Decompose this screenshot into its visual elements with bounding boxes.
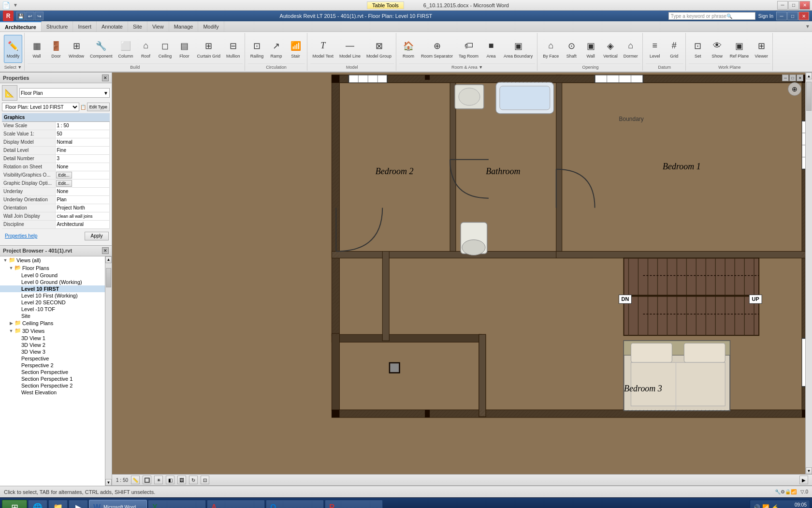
tree-level-0-ground[interactable]: Level 0 Ground: [0, 272, 105, 279]
btn-show[interactable]: 👁 Show: [708, 35, 726, 63]
inner-maximize-btn[interactable]: □: [789, 75, 796, 81]
prop-wall-join-value[interactable]: Clean all wall joins: [55, 212, 110, 220]
btn-grid[interactable]: # Grid: [665, 35, 683, 63]
crop-region-btn[interactable]: ⊡: [201, 476, 209, 484]
btn-ref-plane[interactable]: ▣ Ref Plane: [727, 35, 752, 63]
type-dropdown[interactable]: Floor Plan ▼: [19, 88, 110, 98]
tree-ceiling-plans-toggle[interactable]: ▶: [8, 320, 14, 327]
tree-floor-plans-toggle[interactable]: ▼: [8, 265, 14, 271]
tree-floor-plans[interactable]: ▼ 📂 Floor Plans: [0, 264, 105, 272]
tab-manage[interactable]: Manage: [169, 21, 199, 31]
prop-underlay-value[interactable]: None: [55, 187, 110, 195]
tree-views-all-toggle[interactable]: ▼: [2, 257, 9, 264]
canvas-scrollbar-right[interactable]: ▲ ▼: [805, 73, 812, 474]
btn-area[interactable]: ■ Area: [482, 35, 500, 63]
scrollbar-down-btn[interactable]: ▼: [105, 479, 112, 486]
revit-minimize-btn[interactable]: ─: [776, 12, 787, 20]
project-browser-scrollbar[interactable]: ▲ ▼: [105, 256, 112, 486]
tree-ceiling-plans[interactable]: ▶ 📁 Ceiling Plans: [0, 319, 105, 327]
quick-access-toolbar[interactable]: 💾 ↩ ↪: [16, 12, 44, 20]
prop-detail-number-value[interactable]: 3: [55, 154, 110, 163]
taskbar-explorer-btn[interactable]: 📁: [48, 500, 68, 508]
tree-3d-view-3[interactable]: 3D View 3: [0, 348, 105, 355]
btn-roof[interactable]: ⌂ Roof: [137, 35, 155, 63]
tree-section-perspective-2[interactable]: Section Perspective 2: [0, 382, 105, 389]
btn-model-text[interactable]: T Model Text: [310, 35, 336, 63]
shadows-btn[interactable]: ◧: [166, 476, 174, 484]
revit-close-btn[interactable]: ✕: [798, 12, 809, 20]
tab-modify[interactable]: Modify: [198, 21, 224, 31]
btn-floor[interactable]: ▤ Floor: [175, 35, 194, 63]
revit-maximize-btn[interactable]: □: [787, 12, 798, 20]
tree-perspective[interactable]: Perspective: [0, 355, 105, 362]
project-browser-close-btn[interactable]: ✕: [102, 247, 109, 254]
btn-curtain-grid[interactable]: ⊞ Curtain Grid: [195, 35, 223, 63]
canvas-scroll-down-btn[interactable]: ▼: [806, 467, 812, 474]
scroll-right-btn[interactable]: ▶: [799, 476, 808, 484]
prop-rotation-on-sheet-value[interactable]: None: [55, 163, 110, 171]
btn-by-face[interactable]: ⌂ By Face: [540, 35, 561, 63]
vis-graphics-edit-btn[interactable]: Edit...: [56, 172, 72, 179]
taskbar-word-btn[interactable]: W Microsoft Word: [89, 500, 147, 508]
tree-section-perspective[interactable]: Section Perspective: [0, 369, 105, 375]
table-tools-tab[interactable]: Table Tools: [367, 1, 404, 9]
tree-3d-view-1[interactable]: 3D View 1: [0, 335, 105, 342]
tree-level-10-first-working[interactable]: Level 10 First (Working): [0, 292, 105, 299]
scrollbar-up-btn[interactable]: ▲: [105, 256, 112, 263]
tree-level-20-second[interactable]: Level 20 SECOND: [0, 299, 105, 306]
3d-nav-btn[interactable]: ↻: [189, 476, 198, 484]
btn-ramp[interactable]: ↗ Ramp: [267, 35, 286, 63]
taskbar-outlook-btn[interactable]: O: [266, 500, 324, 508]
qat-undo[interactable]: ↩: [26, 12, 34, 20]
btn-viewer[interactable]: ⊞ Viewer: [752, 35, 770, 63]
prop-scale-value-val[interactable]: 50: [55, 130, 110, 138]
tab-structure[interactable]: Structure: [42, 21, 73, 31]
btn-room-separator[interactable]: ⊕ Room Separator: [419, 35, 455, 63]
revit-search[interactable]: Type a keyword or phrase 🔍: [668, 12, 755, 20]
btn-modify[interactable]: ✏️ Modify: [4, 35, 22, 63]
tree-perspective-2[interactable]: Perspective 2: [0, 362, 105, 369]
taskbar-excel-btn[interactable]: X: [148, 500, 206, 508]
apply-btn[interactable]: Apply: [85, 232, 109, 240]
btn-dormer[interactable]: ⌂ Dormer: [621, 35, 640, 63]
btn-wall[interactable]: ▦ Wall: [28, 35, 46, 63]
taskbar-autocad-btn[interactable]: A: [207, 500, 265, 508]
revit-sign-in[interactable]: Sign In: [758, 14, 773, 19]
tree-3d-view-2[interactable]: 3D View 2: [0, 342, 105, 348]
properties-help-link[interactable]: Properties help: [3, 232, 39, 239]
ribbon-options[interactable]: ▼: [805, 24, 810, 29]
taskbar-revit-btn[interactable]: R: [325, 500, 383, 508]
qat-redo[interactable]: ↪: [35, 12, 44, 20]
btn-vertical[interactable]: ◈ Vertical: [601, 35, 620, 63]
inner-minimize-btn[interactable]: ─: [782, 75, 789, 81]
view-selector[interactable]: Floor Plan: Level 10 FIRST: [2, 103, 79, 111]
btn-window[interactable]: ⊞ Window: [66, 35, 87, 63]
word-minimize-btn[interactable]: ─: [777, 1, 788, 10]
prop-orientation-value[interactable]: Project North: [55, 204, 110, 212]
btn-model-line[interactable]: — Model Line: [337, 35, 363, 63]
tab-insert[interactable]: Insert: [73, 21, 97, 31]
tree-level-0-ground-working[interactable]: Level 0 Ground (Working): [0, 279, 105, 285]
btn-tag-room[interactable]: 🏷 Tag Room: [456, 35, 481, 63]
tab-site[interactable]: Site: [128, 21, 147, 31]
btn-component[interactable]: 🔧 Component: [87, 35, 115, 63]
tree-site[interactable]: Site: [0, 313, 105, 319]
tab-annotate[interactable]: Annotate: [97, 21, 128, 31]
scale-btn[interactable]: 📏: [131, 476, 140, 484]
properties-close-btn[interactable]: ✕: [102, 75, 109, 81]
qat-save[interactable]: 💾: [16, 12, 25, 20]
inner-close-btn[interactable]: ✕: [797, 75, 803, 81]
floor-plan-view[interactable]: DN UP: [112, 73, 812, 474]
render-btn[interactable]: 🖼: [177, 476, 186, 484]
tree-3d-views-toggle[interactable]: ▼: [8, 328, 14, 334]
tree-west-elevation[interactable]: West Elevation: [0, 389, 105, 396]
sun-path-btn[interactable]: ☀: [154, 476, 163, 484]
word-maximize-btn[interactable]: □: [788, 1, 799, 10]
btn-column[interactable]: ⬜ Column: [116, 35, 136, 63]
btn-door[interactable]: 🚪 Door: [47, 35, 65, 63]
btn-set[interactable]: ⊡ Set: [689, 35, 707, 63]
btn-mullion[interactable]: ⊟ Mullion: [224, 35, 243, 63]
tree-level-neg10-tof[interactable]: Level -10 TOF: [0, 306, 105, 313]
btn-room[interactable]: 🏠 Room: [399, 35, 418, 63]
btn-railing[interactable]: ⊡ Railing: [248, 35, 266, 63]
